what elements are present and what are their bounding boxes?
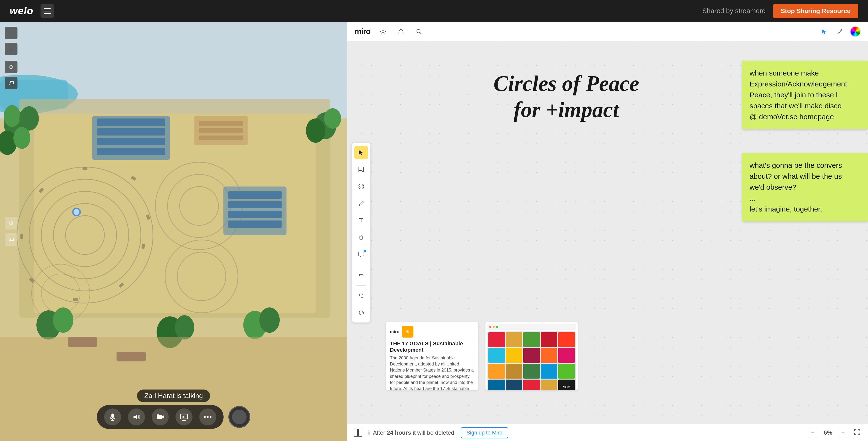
text-tool[interactable] bbox=[354, 214, 368, 227]
sticky-note-1[interactable]: when someone makeExpression/Acknowledgem… bbox=[742, 61, 868, 129]
redo-tool[interactable] bbox=[354, 306, 368, 320]
talking-indicator: Zari Harat is talking bbox=[137, 389, 210, 402]
miro-topbar-left: miro bbox=[354, 26, 424, 37]
hamburger-line bbox=[44, 13, 51, 14]
search-icon bbox=[415, 28, 422, 35]
comment-icon bbox=[358, 251, 365, 258]
pen-icon bbox=[837, 28, 843, 35]
mic-button[interactable] bbox=[104, 408, 121, 425]
pen-tool[interactable] bbox=[354, 197, 368, 210]
svg-marker-65 bbox=[162, 415, 164, 418]
svg-rect-95 bbox=[354, 429, 358, 437]
sticky-note-2[interactable]: what's gonna be the conversabout? or wha… bbox=[742, 153, 868, 221]
board-title: Circles of Peace for +impact bbox=[386, 70, 747, 123]
stop-sharing-button[interactable]: Stop Sharing Resource bbox=[773, 4, 859, 18]
color-picker[interactable] bbox=[850, 26, 861, 37]
svg-rect-58 bbox=[68, 337, 97, 347]
toolbar-divider-2 bbox=[356, 285, 366, 286]
svg-rect-15 bbox=[97, 118, 165, 126]
svg-marker-88 bbox=[360, 256, 361, 257]
svg-marker-78 bbox=[822, 29, 826, 34]
cursor-tool-icon bbox=[358, 149, 365, 156]
speaker-button[interactable] bbox=[128, 408, 145, 425]
thumb-body-1: The 2030 Agenda for Sustainable Developm… bbox=[390, 355, 474, 390]
comment-tool[interactable] bbox=[354, 248, 368, 261]
sticky-note-tool[interactable] bbox=[354, 163, 368, 176]
cursor-tool-top[interactable] bbox=[819, 26, 830, 37]
board-toggle-btn[interactable] bbox=[353, 428, 363, 438]
svg-marker-63 bbox=[133, 414, 137, 419]
svg-marker-71 bbox=[183, 416, 185, 418]
thumbnail-card-2[interactable]: SDG bbox=[486, 322, 578, 390]
hand-icon bbox=[358, 234, 365, 241]
miro-share-btn[interactable] bbox=[396, 26, 406, 37]
label-btn[interactable]: 🏷 bbox=[5, 77, 18, 89]
thumb-logo: miro bbox=[390, 329, 399, 334]
expand-icon bbox=[358, 272, 365, 278]
link-tool[interactable] bbox=[354, 180, 368, 193]
board-thumbnails: miro ☀ THE 17 GOALS | Sustainable Develo… bbox=[386, 322, 578, 390]
shared-by-label: Shared by streamerd bbox=[702, 7, 766, 15]
svg-rect-22 bbox=[199, 136, 243, 140]
zoom-expand-btn[interactable] bbox=[852, 428, 862, 438]
scene-3d bbox=[0, 22, 347, 441]
target-btn[interactable]: ⊙ bbox=[5, 61, 18, 74]
fullscreen-icon bbox=[854, 429, 861, 436]
zoom-out-miro-btn[interactable]: − bbox=[808, 428, 818, 438]
svg-rect-44 bbox=[228, 201, 282, 208]
hamburger-line bbox=[44, 8, 51, 9]
zoom-in-btn[interactable]: + bbox=[5, 27, 18, 39]
undo-tool[interactable] bbox=[354, 289, 368, 302]
camera-button[interactable] bbox=[152, 408, 169, 425]
cursor-icon bbox=[821, 28, 828, 35]
svg-point-10 bbox=[13, 127, 30, 149]
expand-tool[interactable] bbox=[354, 268, 368, 282]
more-button[interactable] bbox=[199, 408, 216, 425]
svg-point-8 bbox=[20, 106, 39, 131]
sticky-note-1-text: when someone makeExpression/Acknowledgem… bbox=[749, 69, 847, 121]
top-bar-left: welo bbox=[10, 4, 54, 18]
location-icon-btn[interactable]: ⊕ bbox=[5, 217, 18, 230]
miro-topbar: miro bbox=[347, 22, 868, 41]
hand-tool[interactable] bbox=[354, 231, 368, 244]
svg-rect-21 bbox=[199, 128, 243, 133]
svg-rect-87 bbox=[359, 252, 364, 256]
mic-icon bbox=[109, 413, 117, 421]
miro-search-btn[interactable] bbox=[413, 26, 424, 37]
svg-rect-20 bbox=[199, 121, 243, 126]
miro-bottom-left: ℹ After 24 hours it will be deleted. Sig… bbox=[353, 427, 508, 438]
miro-settings-btn[interactable] bbox=[378, 26, 389, 37]
left-nav: ⊕ 🏷 bbox=[5, 217, 18, 246]
svg-point-13 bbox=[306, 118, 325, 143]
svg-rect-28 bbox=[83, 167, 87, 170]
board-title-line1: Circles of Peace for +impact bbox=[386, 70, 747, 123]
undo-icon bbox=[358, 292, 365, 299]
link-icon bbox=[358, 183, 365, 190]
share-icon bbox=[398, 28, 404, 35]
cursor-tool[interactable] bbox=[354, 146, 368, 159]
svg-marker-80 bbox=[359, 150, 363, 155]
thumbnail-card-1[interactable]: miro ☀ THE 17 GOALS | Sustainable Develo… bbox=[386, 322, 478, 390]
svg-rect-96 bbox=[359, 429, 362, 437]
pen-tool-top[interactable] bbox=[835, 26, 845, 37]
redo-icon bbox=[358, 310, 365, 316]
left-panel: ⊕ 🏷 + − ⊙ 🏷 Zari Harat is talking bbox=[0, 22, 347, 441]
hamburger-menu[interactable] bbox=[40, 4, 54, 18]
miro-canvas[interactable]: Circles of Peace for +impact when someon… bbox=[347, 41, 868, 424]
more-icon bbox=[204, 416, 212, 418]
after-notice-text: After 24 hours it will be deleted. bbox=[373, 429, 456, 436]
right-panel: miro bbox=[347, 22, 868, 441]
svg-rect-18 bbox=[97, 148, 165, 155]
screen-share-button[interactable] bbox=[176, 408, 192, 425]
svg-point-7 bbox=[4, 105, 21, 127]
svg-point-56 bbox=[259, 307, 280, 333]
tag-icon-btn[interactable]: 🏷 bbox=[5, 233, 18, 246]
record-button[interactable] bbox=[228, 406, 250, 428]
svg-rect-60 bbox=[112, 414, 114, 418]
zoom-in-miro-btn[interactable]: + bbox=[838, 428, 848, 438]
sign-up-miro-btn[interactable]: Sign up to Miro bbox=[461, 427, 508, 438]
zoom-out-btn[interactable]: − bbox=[5, 43, 18, 55]
thumb-badge: ☀ bbox=[402, 326, 413, 337]
top-bar-right: Shared by streamerd Stop Sharing Resourc… bbox=[702, 4, 858, 18]
sticky-icon bbox=[358, 166, 365, 173]
